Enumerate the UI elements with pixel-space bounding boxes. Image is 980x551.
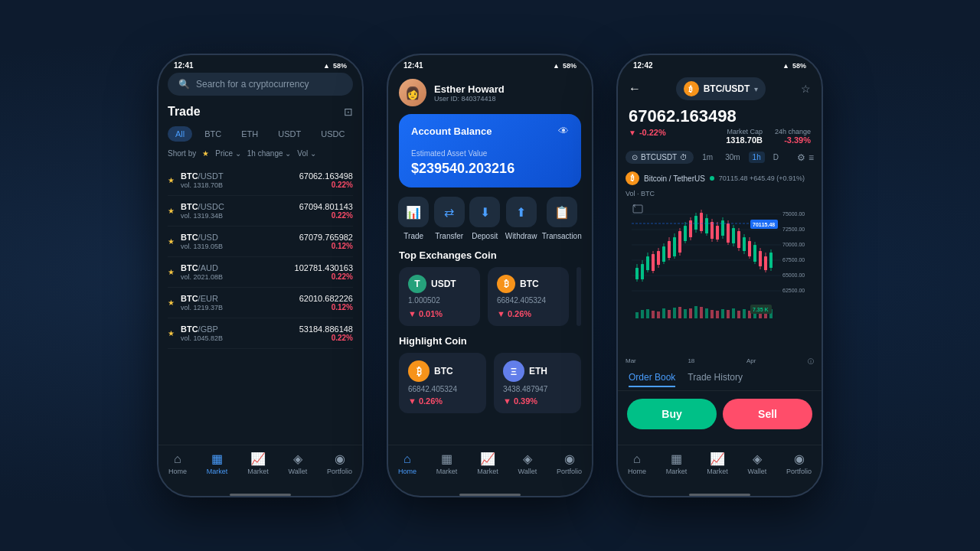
tab-usdt[interactable]: USDT (270, 126, 309, 142)
scan-icon[interactable]: ⊡ (344, 106, 353, 118)
tab-trade-history[interactable]: Trade History (688, 372, 743, 387)
chart-settings-icon[interactable]: ⚙ (797, 152, 805, 163)
svg-text:75000.00: 75000.00 (782, 211, 805, 217)
filter-tabs: All BTC ETH USDT USDC XRP (168, 126, 353, 142)
action-withdraw[interactable]: ⬆ Withdraw (505, 197, 537, 240)
pair-name: BTC/USDT (704, 83, 750, 94)
coin-row-btcusdc[interactable]: ★ BTC/USDC vol. 1319.34B 67094.801143 0.… (168, 196, 353, 227)
live-dot (710, 176, 714, 181)
nav-chart-label-3: Market (707, 468, 728, 475)
sort-label: Short by (168, 149, 196, 158)
nav-market-2[interactable]: ▦ Market (436, 452, 458, 475)
coin-chart-name: Bitcoin / TetherUS (644, 174, 705, 183)
nav-chart-1[interactable]: 📈 Market (247, 452, 269, 475)
coin-row-btcaud[interactable]: ★ BTC/AUD vol. 2021.08B 102781.430163 0.… (168, 257, 353, 288)
action-transaction-label: Transaction (542, 232, 582, 240)
action-transaction[interactable]: 📋 Transaction (542, 197, 582, 240)
nav-market-label-2: Market (436, 468, 458, 475)
star-btcgbp: ★ (168, 329, 175, 337)
price-btcusdc: 67094.801143 (299, 202, 353, 211)
nav-wallet-2[interactable]: ◈ Wallet (518, 452, 537, 475)
action-transfer[interactable]: ⇄ Transfer (434, 197, 465, 240)
btc-name-ex: BTC (520, 279, 539, 289)
eye-icon[interactable]: 👁 (558, 125, 569, 137)
tab-btc[interactable]: BTC (197, 126, 229, 142)
coin-row-btcusdt[interactable]: ★ BTC/USDT vol. 1318.70B 67062.163498 0.… (168, 165, 353, 196)
search-bar[interactable]: 🔍 Search for a cryptocurrency (168, 73, 353, 96)
pair-btcusd: BTC/USD (181, 233, 223, 242)
nav-home-2[interactable]: ⌂ Home (398, 452, 416, 475)
svg-rect-73 (716, 311, 719, 318)
main-price: 67062.163498 (629, 106, 811, 126)
nav-home-3[interactable]: ⌂ Home (628, 452, 646, 475)
back-button[interactable]: ← (629, 82, 641, 96)
wifi-icon: ▲ (323, 62, 330, 70)
nav-market-3[interactable]: ▦ Market (666, 452, 688, 475)
sell-button[interactable]: Sell (723, 399, 812, 429)
search-pair-icon: ⊙ (632, 153, 638, 161)
time-30m[interactable]: 30m (721, 152, 743, 163)
sort-vol[interactable]: Vol ⌄ (297, 149, 316, 158)
market-icon-2: ▦ (441, 452, 452, 466)
action-deposit-label: Deposit (472, 232, 498, 240)
coin-info-row: ₿ Bitcoin / TetherUS 70115.48 +645.49 (+… (618, 168, 822, 190)
coin-row-btcgbp[interactable]: ★ BTC/GBP vol. 1045.82B 53184.886148 0.2… (168, 318, 353, 349)
nav-chart-2[interactable]: 📈 Market (477, 452, 498, 475)
action-trade[interactable]: 📊 Trade (398, 197, 429, 240)
tab-all[interactable]: All (168, 126, 192, 142)
tab-xrp[interactable]: XRP (357, 126, 362, 142)
tab-eth[interactable]: ETH (234, 126, 266, 142)
exchange-usdt[interactable]: T USDT 1.000502 ▼ 0.01% (399, 267, 480, 326)
nav-home-label-2: Home (398, 468, 416, 475)
nav-portfolio-1[interactable]: ◉ Portfolio (327, 452, 352, 475)
usdt-change: ▼ 0.01% (408, 309, 471, 318)
svg-rect-62 (657, 311, 660, 318)
wallet-icon-1: ◈ (293, 452, 302, 466)
buy-button[interactable]: Buy (627, 399, 717, 429)
tab-usdc[interactable]: USDC (313, 126, 352, 142)
hl-eth-change: ▼ 0.39% (503, 396, 572, 406)
coin-row-btcusd[interactable]: ★ BTC/USD vol. 1319.05B 67079.765982 0.1… (168, 227, 353, 257)
nav-market-1[interactable]: ▦ Market (207, 452, 228, 475)
nav-portfolio-3[interactable]: ◉ Portfolio (786, 452, 812, 475)
action-deposit[interactable]: ⬇ Deposit (469, 197, 500, 240)
change-btceur: 0.12% (299, 303, 353, 311)
market-cap-value: 1318.70B (726, 135, 763, 145)
nav-portfolio-2[interactable]: ◉ Portfolio (557, 452, 582, 475)
vol-btcgbp: vol. 1045.82B (181, 334, 223, 342)
price-section: 67062.163498 ▼ -0.22% Market Cap 1318.70… (618, 106, 822, 151)
hl-btc-name: BTC (434, 366, 453, 377)
chart-indicators-icon[interactable]: ≡ (808, 152, 814, 163)
svg-rect-72 (710, 310, 714, 318)
trade-actions: Buy Sell (618, 391, 822, 445)
nav-portfolio-label-1: Portfolio (327, 468, 352, 475)
tab-order-book[interactable]: Order Book (629, 372, 675, 387)
nav-wallet-3[interactable]: ◈ Wallet (748, 452, 767, 475)
highlight-eth[interactable]: Ξ ETH 3438.487947 ▼ 0.39% (494, 353, 581, 413)
time-d[interactable]: D (769, 152, 782, 163)
time-1m[interactable]: 1m (698, 152, 717, 163)
portfolio-icon-1: ◉ (335, 452, 345, 466)
nav-home-label-3: Home (628, 468, 646, 475)
exchange-btc[interactable]: ₿ BTC 66842.405324 ▼ 0.26% (488, 267, 569, 326)
hl-eth-logo: Ξ (503, 360, 524, 382)
vol-btcusdc: vol. 1319.34B (181, 212, 224, 220)
favorite-button[interactable]: ☆ (801, 83, 811, 95)
chart-search[interactable]: ⊙ BTCUSDT ⏱ (626, 151, 694, 164)
price-btcusd: 67079.765982 (299, 233, 353, 242)
search-input[interactable]: Search for a cryptocurrency (196, 79, 309, 90)
nav-home-1[interactable]: ⌂ Home (168, 452, 187, 475)
pair-selector[interactable]: ₿ BTC/USDT ▾ (676, 77, 766, 100)
nav-wallet-1[interactable]: ◈ Wallet (289, 452, 308, 475)
sort-1h[interactable]: 1h change ⌄ (247, 149, 292, 158)
chart-svg: 75000.00 72500.00 70000.00 67500.00 6500… (626, 199, 814, 321)
nav-chart-3[interactable]: 📈 Market (707, 452, 728, 475)
battery-3: 58% (792, 62, 806, 70)
sort-price[interactable]: Price ⌄ (215, 149, 241, 158)
highlight-btc[interactable]: ₿ BTC 66842.405324 ▼ 0.26% (399, 353, 486, 413)
withdraw-icon: ⬆ (506, 197, 537, 227)
date-apr: Apr (746, 357, 756, 366)
coin-row-btceur[interactable]: ★ BTC/EUR vol. 1219.37B 62010.682226 0.1… (168, 288, 353, 318)
time-1h[interactable]: 1h (749, 152, 765, 163)
action-trade-label: Trade (403, 232, 423, 240)
